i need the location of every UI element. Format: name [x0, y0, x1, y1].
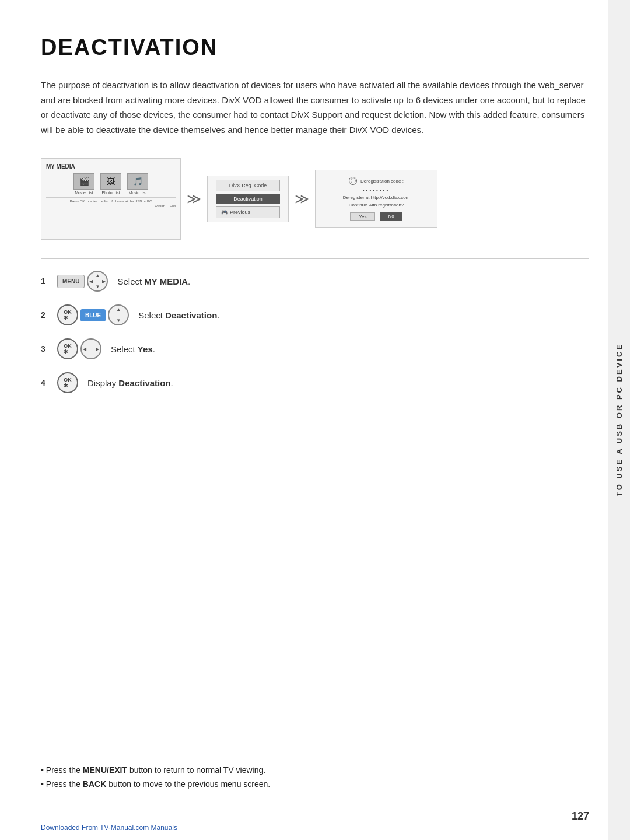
bottom-notes: • Press the MENU/EXIT button to return t…: [41, 765, 589, 793]
nav-right-3-icon: ▶: [96, 346, 99, 352]
deregistration-dialog: ⓘ Deregistration code : •••••••• Deregis…: [315, 170, 438, 228]
nav-pad-1[interactable]: ▲ ▼ ◀ ▶: [87, 271, 108, 292]
step-2-text: Select Deactivation.: [138, 310, 219, 320]
my-media-title: MY MEDIA: [46, 163, 176, 170]
footer-link[interactable]: Downloaded From TV-Manual.com Manuals: [41, 824, 177, 832]
step-3-bold: Yes: [138, 344, 153, 354]
music-icon-img: 🎵: [127, 173, 148, 190]
note-1-bullet: •: [41, 765, 46, 775]
step-3-buttons: OK✱ ◀ ▶: [57, 338, 102, 359]
steps-section: 1 MENU ▲ ▼ ◀ ▶ Select MY MEDIA. 2 OK✱ B: [41, 271, 589, 393]
photo-label: Photo List: [102, 191, 120, 195]
blue-button[interactable]: BLUE: [80, 309, 106, 321]
dereg-title-row: ⓘ Deregistration code :: [349, 177, 404, 185]
arrow-2: ≫: [295, 191, 309, 207]
step-3-number: 3: [41, 344, 48, 354]
music-label: Music List: [128, 191, 146, 195]
option-label: Option: [155, 204, 165, 208]
dereg-code: ••••••••: [363, 187, 390, 192]
note-1-suffix: button to return to normal TV viewing.: [130, 765, 265, 775]
step-4-text: Display Deactivation.: [88, 378, 173, 388]
step-3-row: 3 OK✱ ◀ ▶ Select Yes.: [41, 338, 589, 359]
nav-cluster-3: ◀ ▶: [80, 338, 102, 359]
note-2-prefix: Press the: [46, 779, 83, 789]
note-2: • Press the BACK button to move to the p…: [41, 779, 589, 789]
divx-reg-code-item: DivX Reg. Code: [216, 180, 280, 191]
note-1: • Press the MENU/EXIT button to return t…: [41, 765, 589, 775]
diagrams-row: MY MEDIA 🎬 Movie List 🖼 Photo List 🎵 Mus…: [41, 158, 589, 240]
section-divider: [41, 258, 589, 259]
arrow-1: ≫: [187, 191, 201, 207]
info-icon: ⓘ: [349, 177, 357, 185]
step-1-bold: MY MEDIA: [144, 276, 188, 286]
sidebar-text: TO USE A USB OR PC DEVICE: [615, 343, 624, 496]
dereg-no-button[interactable]: No: [380, 212, 402, 221]
step-4-number: 4: [41, 378, 48, 387]
step-2-bold: Deactivation: [165, 310, 217, 320]
movie-icon-img: 🎬: [74, 173, 94, 190]
page-title: DEACTIVATION: [41, 35, 589, 60]
step-4-row: 4 OK✱ Display Deactivation.: [41, 372, 589, 393]
step-2-row: 2 OK✱ BLUE ▲ ▼ Select Deactivation.: [41, 304, 589, 326]
step-3-text: Select Yes.: [111, 344, 155, 354]
step-2-number: 2: [41, 310, 48, 320]
movie-label: Movie List: [75, 191, 93, 195]
note-2-bold: BACK: [83, 779, 106, 789]
prev-icon: 🎮: [221, 209, 228, 215]
description-text: The purpose of deactivation is to allow …: [41, 78, 589, 137]
menu-button[interactable]: MENU: [57, 275, 85, 288]
dereg-buttons: Yes No: [350, 212, 402, 221]
note-2-suffix: button to move to the previous menu scre…: [108, 779, 270, 789]
note-1-prefix: Press the: [46, 765, 83, 775]
nav-down-icon: ▼: [95, 284, 100, 289]
ok-button-3[interactable]: OK✱: [57, 338, 78, 359]
dereg-title-text: Deregistration code :: [360, 178, 404, 184]
step-1-text: Select MY MEDIA.: [117, 276, 190, 286]
exit-label: Exit: [170, 204, 176, 208]
note-1-bold: MENU/EXIT: [83, 765, 127, 775]
nav-cluster-2: ▲ ▼: [108, 304, 129, 326]
step-1-row: 1 MENU ▲ ▼ ◀ ▶ Select MY MEDIA.: [41, 271, 589, 292]
movie-list-icon: 🎬 Movie List: [74, 173, 94, 195]
my-media-footer: Option Exit: [46, 204, 176, 208]
nav-left-icon: ◀: [89, 279, 93, 284]
photo-list-icon: 🖼 Photo List: [100, 173, 121, 195]
my-media-icons: 🎬 Movie List 🖼 Photo List 🎵 Music List: [46, 173, 176, 195]
main-content: DEACTIVATION The purpose of deactivation…: [41, 35, 589, 393]
divx-deactivation-item: Deactivation: [216, 194, 280, 204]
step-1-buttons: MENU ▲ ▼ ◀ ▶: [57, 271, 108, 292]
photo-icon-img: 🖼: [100, 173, 121, 190]
ok-button-2[interactable]: OK✱: [57, 304, 78, 326]
step-4-bold: Deactivation: [118, 378, 170, 388]
dereg-url: Deregister at http://vod.divx.com: [343, 195, 410, 200]
nav-right-icon: ▶: [102, 279, 106, 284]
step-4-buttons: OK✱: [57, 372, 78, 393]
divx-previous-item: 🎮 Previous: [216, 206, 280, 218]
nav-left-3-icon: ◀: [83, 346, 86, 352]
divx-menu-diagram: DivX Reg. Code Deactivation 🎮 Previous: [207, 176, 289, 222]
nav-down-2-icon: ▼: [116, 318, 121, 323]
my-media-diagram: MY MEDIA 🎬 Movie List 🖼 Photo List 🎵 Mus…: [41, 158, 181, 240]
nav-pad-3[interactable]: ◀ ▶: [80, 338, 102, 359]
step-1-number: 1: [41, 276, 48, 286]
note-2-bullet: •: [41, 779, 46, 789]
dereg-yes-button[interactable]: Yes: [350, 212, 375, 221]
dereg-question: Continue with registration?: [349, 202, 404, 208]
music-list-icon: 🎵 Music List: [127, 173, 148, 195]
sidebar-right: TO USE A USB OR PC DEVICE: [608, 0, 630, 840]
nav-cluster-1: ▲ ▼ ◀ ▶: [87, 271, 108, 292]
nav-pad-2[interactable]: ▲ ▼: [108, 304, 129, 326]
page-number: 127: [572, 810, 589, 822]
step-2-buttons: OK✱ BLUE ▲ ▼: [57, 304, 129, 326]
nav-up-icon: ▲: [95, 273, 100, 278]
nav-up-2-icon: ▲: [116, 307, 121, 312]
ok-button-4[interactable]: OK✱: [57, 372, 78, 393]
my-media-bottom: Press OK to enter the list of photos at …: [46, 197, 176, 203]
